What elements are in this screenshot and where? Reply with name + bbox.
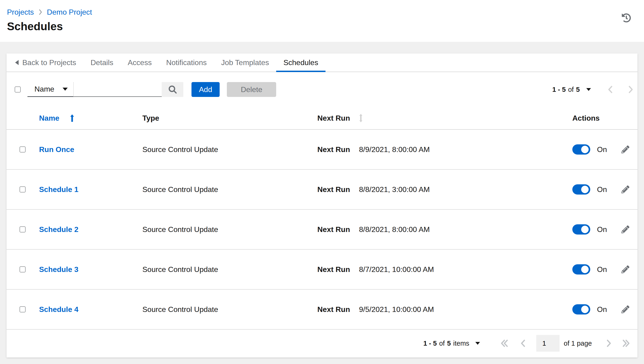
table-row: Schedule 1 Source Control Update Next Ru… xyxy=(7,170,637,210)
table-header-row: Name Type Next Run Actions xyxy=(7,107,637,130)
pencil-icon xyxy=(621,186,629,194)
tab-label: Notifications xyxy=(166,58,207,67)
tab-label: Schedules xyxy=(283,58,318,67)
tab-details[interactable]: Details xyxy=(83,54,121,72)
column-header-next-run[interactable]: Next Run xyxy=(317,114,363,123)
chevron-down-icon xyxy=(475,342,480,345)
schedule-type: Source Control Update xyxy=(142,265,218,274)
bottom-pagination: 1 - 5 of 5 items of 1 page xyxy=(7,330,637,357)
next-run-value: 8/9/2021, 8:00:00 AM xyxy=(359,145,430,154)
previous-page-button[interactable] xyxy=(519,338,527,349)
toggle-state-label: On xyxy=(597,225,607,234)
items-summary[interactable]: 1 - 5 of 5 items xyxy=(423,340,469,347)
page-count-label: of 1 page xyxy=(564,340,592,347)
chevron-right-icon xyxy=(628,86,633,94)
schedule-enabled-toggle[interactable] xyxy=(572,184,590,194)
schedules-card: Back to Projects Details Access Notifica… xyxy=(7,54,637,358)
chevron-left-icon xyxy=(520,339,526,347)
tab-back-to-projects[interactable]: Back to Projects xyxy=(8,54,83,72)
search-input[interactable] xyxy=(74,82,162,97)
tab-access[interactable]: Access xyxy=(121,54,159,72)
table-row: Schedule 3 Source Control Update Next Ru… xyxy=(7,250,637,290)
breadcrumb-demo-project-link[interactable]: Demo Project xyxy=(47,8,92,16)
schedule-type: Source Control Update xyxy=(142,185,218,194)
schedule-name-link[interactable]: Schedule 4 xyxy=(39,305,78,314)
pagination-summary[interactable]: 1 - 5 of 5 xyxy=(552,86,580,94)
row-checkbox[interactable] xyxy=(20,226,26,232)
schedule-name-link[interactable]: Schedule 1 xyxy=(39,185,78,194)
pagination-prev-button[interactable] xyxy=(606,84,614,95)
edit-schedule-button[interactable] xyxy=(621,186,629,194)
schedule-name-link[interactable]: Run Once xyxy=(39,145,74,154)
schedule-enabled-toggle[interactable] xyxy=(572,224,590,234)
column-header-type: Type xyxy=(142,114,159,122)
row-checkbox[interactable] xyxy=(20,266,26,272)
row-checkbox[interactable] xyxy=(20,186,26,192)
edit-schedule-button[interactable] xyxy=(621,146,629,154)
row-checkbox[interactable] xyxy=(20,306,26,312)
pagination-total: 5 xyxy=(576,86,580,94)
schedule-name-link[interactable]: Schedule 2 xyxy=(39,225,78,234)
add-button[interactable]: Add xyxy=(191,82,220,97)
search-icon xyxy=(168,85,177,94)
toggle-knob xyxy=(581,186,589,193)
schedule-enabled-toggle[interactable] xyxy=(572,304,590,314)
row-checkbox[interactable] xyxy=(20,146,26,152)
pencil-icon xyxy=(621,226,629,233)
next-run-value: 8/8/2021, 8:00:00 AM xyxy=(359,225,430,234)
next-run-value: 8/8/2021, 3:00:00 AM xyxy=(359,185,430,194)
items-range: 1 - 5 xyxy=(423,340,437,347)
tab-label: Access xyxy=(128,58,152,67)
toggle-knob xyxy=(581,266,589,273)
pagination-range: 1 - 5 xyxy=(552,86,566,94)
list-toolbar: Name Add Delete 1 - 5 of 5 xyxy=(7,72,637,107)
toggle-knob xyxy=(581,226,589,233)
delete-button[interactable]: Delete xyxy=(227,82,276,97)
page-number-input[interactable] xyxy=(536,335,559,352)
pencil-icon xyxy=(621,266,629,273)
long-arrow-up-icon xyxy=(70,114,75,122)
items-total: 5 xyxy=(447,340,451,347)
edit-schedule-button[interactable] xyxy=(621,306,629,313)
schedule-enabled-toggle[interactable] xyxy=(572,144,590,154)
tab-label: Details xyxy=(91,58,113,67)
edit-schedule-button[interactable] xyxy=(621,266,629,273)
tab-job-templates[interactable]: Job Templates xyxy=(214,54,276,72)
select-all-checkbox[interactable] xyxy=(15,86,21,92)
toggle-state-label: On xyxy=(597,185,607,194)
filter-attribute-select[interactable]: Name xyxy=(28,82,74,97)
tab-notifications[interactable]: Notifications xyxy=(159,54,214,72)
column-header-name[interactable]: Name xyxy=(39,114,75,122)
breadcrumb: Projects Demo Project xyxy=(7,8,644,16)
activity-history-button[interactable] xyxy=(621,13,631,23)
chevron-right-icon xyxy=(606,339,611,347)
top-pagination: 1 - 5 of 5 xyxy=(552,84,635,95)
chevrons-left-icon xyxy=(500,339,508,347)
first-page-button[interactable] xyxy=(499,338,510,349)
table-row: Schedule 2 Source Control Update Next Ru… xyxy=(7,210,637,250)
breadcrumb-projects-link[interactable]: Projects xyxy=(7,8,34,16)
last-page-button[interactable] xyxy=(621,338,631,349)
next-run-value: 9/5/2021, 10:00:00 AM xyxy=(359,305,434,314)
next-page-button[interactable] xyxy=(605,338,613,349)
items-of: of xyxy=(439,340,445,347)
edit-schedule-button[interactable] xyxy=(621,226,629,233)
pencil-icon xyxy=(621,146,629,154)
page-header: Projects Demo Project Schedules xyxy=(0,0,644,42)
column-header-label: Name xyxy=(39,114,59,122)
schedule-enabled-toggle[interactable] xyxy=(572,264,590,274)
pencil-icon xyxy=(621,306,629,313)
toggle-state-label: On xyxy=(597,305,607,314)
column-header-label: Next Run xyxy=(317,114,350,122)
search-submit-button[interactable] xyxy=(162,82,183,97)
chevron-down-icon xyxy=(63,88,68,91)
items-word: items xyxy=(453,340,469,347)
next-run-label: Next Run xyxy=(317,145,359,154)
table-row: Schedule 4 Source Control Update Next Ru… xyxy=(7,290,637,330)
table-row: Run Once Source Control Update Next Run … xyxy=(7,130,637,170)
next-run-value: 8/7/2021, 10:00:00 AM xyxy=(359,265,434,274)
arrows-up-down-icon xyxy=(359,114,363,123)
pagination-next-button[interactable] xyxy=(627,84,635,95)
schedule-name-link[interactable]: Schedule 3 xyxy=(39,265,78,274)
tab-schedules[interactable]: Schedules xyxy=(276,54,325,72)
